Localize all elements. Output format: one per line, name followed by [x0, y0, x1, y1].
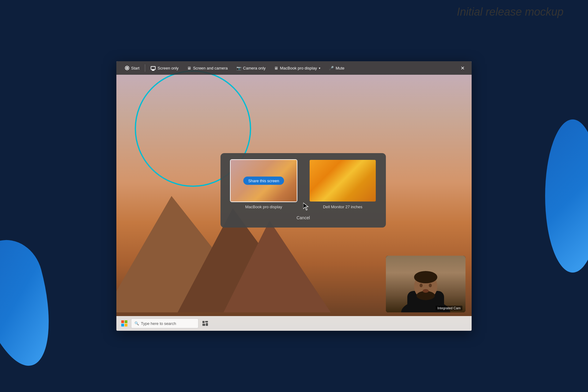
dell-thumb-preview: [310, 160, 376, 202]
svg-rect-13: [202, 321, 205, 323]
macbook-screen-option[interactable]: Share this screen MacBook pro display: [227, 159, 301, 209]
bg-shape-right: [545, 119, 588, 273]
screen-only-button[interactable]: Screen only: [147, 64, 182, 72]
camera-label: Integrated Cam: [435, 306, 462, 311]
svg-point-7: [429, 284, 432, 287]
svg-rect-14: [205, 321, 208, 322]
start-button[interactable]: Start: [121, 64, 143, 72]
search-placeholder: Type here to search: [141, 321, 176, 326]
camera-only-button[interactable]: 📷 Camera only: [233, 64, 270, 72]
dell-screen-label: Dell Monitor 27 inches: [323, 205, 363, 209]
bg-shape-left: [0, 232, 65, 374]
svg-point-6: [420, 284, 423, 287]
close-button[interactable]: ✕: [458, 64, 467, 72]
person-silhouette: [395, 263, 456, 312]
svg-rect-16: [206, 323, 208, 326]
screen-options: Share this screen MacBook pro display De…: [227, 159, 380, 209]
screen-icon: [151, 66, 156, 70]
taskbar: 🔍 Type here to search: [116, 316, 472, 331]
windows-logo-icon: [121, 320, 127, 326]
svg-rect-10: [125, 320, 127, 323]
svg-point-8: [423, 289, 429, 293]
start-menu-button[interactable]: [120, 319, 129, 328]
camera-icon: 📷: [236, 66, 241, 70]
dell-screen-option[interactable]: Dell Monitor 27 inches: [306, 159, 380, 209]
camera-only-label: Camera only: [243, 66, 266, 70]
svg-rect-11: [121, 324, 124, 326]
dell-thumbnail: [309, 159, 376, 202]
svg-rect-12: [125, 324, 127, 326]
macbook-display-button[interactable]: 🖥 MacBook pro display ▾: [270, 64, 324, 72]
divider-1: [145, 64, 145, 72]
chevron-down-icon: ▾: [319, 66, 320, 70]
screen-only-label: Screen only: [157, 66, 179, 70]
camera-preview: Integrated Cam: [386, 256, 466, 312]
screen-camera-button[interactable]: 🖥 Screen and camera: [183, 64, 231, 72]
task-view-icon: [202, 321, 208, 326]
mute-button[interactable]: 🎤 Mute: [325, 64, 348, 72]
macbook-thumbnail: Share this screen: [230, 159, 297, 202]
mountain-center: [224, 221, 331, 312]
screen-camera-label: Screen and camera: [193, 66, 228, 70]
start-label: Start: [131, 66, 139, 70]
svg-rect-9: [121, 320, 124, 323]
screen-picker-popup: Share this screen MacBook pro display De…: [221, 153, 386, 228]
mute-label: Mute: [336, 66, 345, 70]
radio-icon: [125, 66, 129, 70]
screen-container: Start Screen only 🖥 Screen and camera 📷 …: [116, 61, 472, 331]
mute-icon: 🎤: [329, 66, 334, 70]
cancel-button[interactable]: Cancel: [227, 214, 380, 221]
monitor-icon: 🖥: [274, 66, 278, 70]
camera-feed: [386, 256, 466, 312]
search-icon: 🔍: [134, 321, 139, 326]
svg-point-4: [414, 271, 437, 283]
recording-toolbar: Start Screen only 🖥 Screen and camera 📷 …: [116, 61, 472, 75]
search-bar[interactable]: 🔍 Type here to search: [131, 318, 198, 328]
screen-camera-icon: 🖥: [187, 66, 191, 70]
macbook-display-label: MacBook pro display: [280, 66, 317, 70]
svg-rect-15: [202, 324, 205, 326]
share-this-screen-badge: Share this screen: [243, 177, 284, 185]
watermark-label: Initial release mockup: [457, 6, 564, 18]
task-view-button[interactable]: [201, 319, 209, 328]
macbook-screen-label: MacBook pro display: [245, 205, 282, 209]
